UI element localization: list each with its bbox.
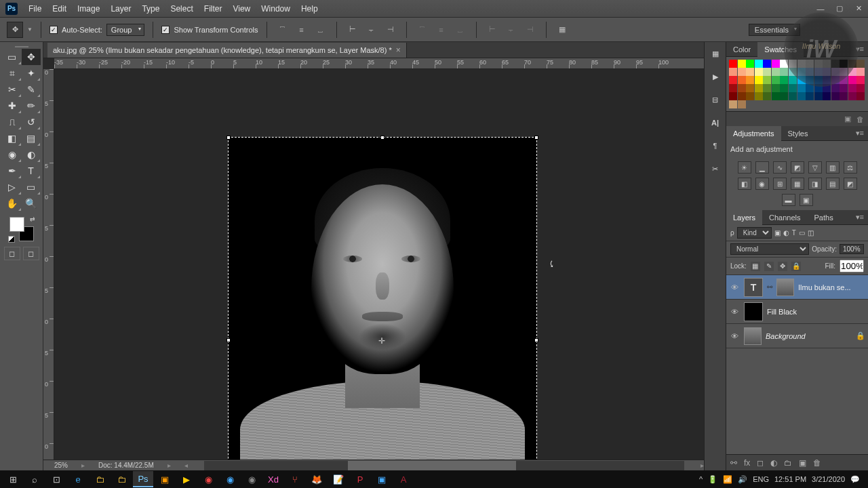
actions-panel-icon[interactable]: ▶ (708, 69, 723, 84)
wifi-icon[interactable]: 📶 (723, 475, 732, 484)
crop-tool[interactable]: ✂ (3, 81, 22, 98)
standard-mode-icon[interactable]: ◻ (4, 247, 20, 260)
swatch[interactable] (831, 68, 840, 76)
swatch[interactable] (772, 60, 780, 68)
swatch[interactable] (848, 76, 856, 84)
history-panel-icon[interactable]: ▦ (708, 46, 723, 61)
type-tool[interactable]: T (22, 163, 41, 179)
curves-icon[interactable]: ∿ (773, 161, 787, 174)
swatch[interactable] (848, 68, 856, 76)
panel-menu-icon[interactable]: ▾≡ (852, 129, 868, 138)
swatch[interactable] (840, 60, 848, 68)
menu-view[interactable]: View (227, 0, 256, 18)
swatch[interactable] (856, 60, 865, 68)
menu-filter[interactable]: Filter (199, 0, 228, 18)
healing-tool[interactable]: ✚ (3, 98, 22, 114)
shape-tool[interactable]: ▭ (22, 179, 41, 195)
swatch[interactable] (789, 76, 797, 84)
menu-select[interactable]: Select (165, 0, 198, 18)
link-layers-icon[interactable]: ⚯ (730, 458, 737, 468)
colorlookup-icon[interactable]: ▦ (791, 178, 804, 190)
default-colors-icon[interactable] (8, 236, 15, 243)
notepad-icon[interactable]: 📝 (328, 471, 349, 487)
dodge-tool[interactable]: ◐ (22, 146, 41, 163)
layer-row[interactable]: 👁Background🔒 (726, 324, 868, 348)
quickmask-mode-icon[interactable]: ◻ (23, 247, 39, 260)
filter-pixel-icon[interactable]: ▣ (774, 229, 781, 237)
move-tool-icon[interactable]: ✥ (7, 22, 23, 38)
lock-transparency-icon[interactable]: ▦ (751, 262, 760, 271)
xd-icon[interactable]: Xd (263, 471, 283, 487)
workspace-selector[interactable]: Essentials (749, 24, 800, 36)
swatch[interactable] (797, 76, 806, 84)
swatch[interactable] (772, 76, 780, 84)
paths-tab[interactable]: Paths (808, 210, 840, 225)
invert-icon[interactable]: ◨ (808, 178, 822, 190)
zoom-tool[interactable]: 🔍 (22, 195, 41, 211)
taskview-button[interactable]: ⊡ (46, 471, 66, 487)
ruler-vertical[interactable]: 0505050505050 (43, 69, 54, 460)
adjustment-layer-icon[interactable]: ◐ (770, 458, 777, 468)
swatch[interactable] (814, 84, 823, 92)
swatch[interactable] (814, 68, 823, 76)
visibility-icon[interactable]: 👁 (729, 331, 740, 342)
swatch[interactable] (797, 68, 806, 76)
hand-tool[interactable]: ✋ (3, 195, 22, 211)
swatch[interactable] (856, 76, 865, 84)
marquee-tool[interactable]: ▭ (3, 49, 22, 65)
auto-select-dropdown[interactable]: Group (106, 24, 145, 36)
menu-help[interactable]: Help (296, 0, 323, 18)
visibility-icon[interactable]: 👁 (729, 306, 740, 317)
photoshop-taskbar-icon[interactable]: Ps (133, 471, 153, 487)
obs-icon[interactable]: ◉ (241, 471, 262, 487)
explorer-icon[interactable]: 🗀 (90, 471, 110, 487)
vibrance-icon[interactable]: ▽ (808, 161, 822, 174)
blend-mode-select[interactable]: Normal (730, 243, 809, 255)
group-icon[interactable]: 🗀 (784, 458, 792, 468)
swatch[interactable] (789, 84, 797, 92)
battery-icon[interactable]: 🔋 (708, 475, 717, 484)
lasso-tool[interactable]: ⌗ (3, 65, 22, 81)
swatch[interactable] (823, 60, 831, 68)
swatch[interactable] (789, 68, 797, 76)
swatch[interactable] (772, 68, 780, 76)
posterize-icon[interactable]: ▤ (826, 178, 840, 190)
swatch[interactable] (763, 92, 771, 100)
eraser-tool[interactable]: ◧ (3, 130, 22, 146)
swatch[interactable] (806, 76, 814, 84)
swatches-tab[interactable]: Swatches (757, 42, 804, 57)
swatch[interactable] (840, 92, 848, 100)
filter-type-icon[interactable]: T (792, 229, 796, 237)
new-swatch-icon[interactable]: ▣ (844, 115, 851, 123)
layer-row[interactable]: 👁T⚯Ilmu bukan se... (726, 275, 868, 300)
swatch[interactable] (848, 92, 856, 100)
swatch[interactable] (840, 68, 848, 76)
menu-file[interactable]: File (23, 0, 47, 18)
gradientmap-icon[interactable]: ▬ (782, 194, 795, 206)
swatch[interactable] (729, 68, 737, 76)
stamp-tool[interactable]: ⎍ (3, 114, 22, 130)
swatch[interactable] (738, 76, 746, 84)
layer-filter-kind[interactable]: Kind (737, 227, 772, 239)
panel-menu-icon[interactable]: ▾≡ (852, 213, 868, 222)
swatch[interactable] (780, 76, 788, 84)
threshold-icon[interactable]: ◩ (844, 178, 857, 190)
align-left-icon[interactable]: ⊢ (345, 22, 360, 37)
filter-smart-icon[interactable]: ◫ (808, 229, 814, 237)
menu-image[interactable]: Image (72, 0, 105, 18)
swatch[interactable] (755, 68, 763, 76)
swatch[interactable] (856, 92, 865, 100)
swatch[interactable] (831, 76, 840, 84)
panel-menu-icon[interactable]: ▾≡ (852, 45, 868, 54)
filter-adjust-icon[interactable]: ◐ (783, 229, 789, 237)
swatch[interactable] (823, 92, 831, 100)
character-panel-icon[interactable]: A| (708, 115, 723, 130)
menu-window[interactable]: Window (256, 0, 296, 18)
swatch[interactable] (755, 92, 763, 100)
swatch[interactable] (780, 60, 788, 68)
swatch[interactable] (780, 92, 788, 100)
layers-tab[interactable]: Layers (726, 210, 762, 225)
eyedropper-tool[interactable]: ✎ (22, 81, 41, 98)
swatch[interactable] (772, 92, 780, 100)
swatch[interactable] (806, 84, 814, 92)
